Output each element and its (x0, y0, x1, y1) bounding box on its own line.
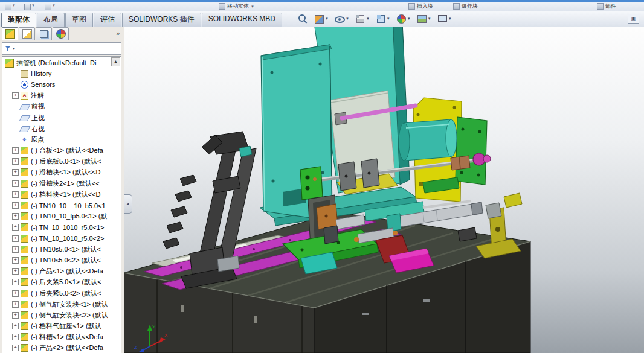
dropdown-caret-icon[interactable]: ▼ (251, 5, 254, 8)
triad-y-label: Y (152, 324, 156, 329)
expander-icon[interactable]: + (12, 213, 19, 220)
tree-item[interactable]: + (-) 料槽<1> (默认<<Defa (2, 332, 121, 343)
tree-item[interactable]: History (2, 68, 121, 79)
dropdown-caret-icon[interactable]: ▼ (346, 17, 349, 21)
expander-icon[interactable]: + (12, 191, 19, 198)
tree-item[interactable]: + (-) 侧气缸安装块<2> (默认 (2, 310, 121, 320)
tree-item[interactable]: ⌖ 原点 (2, 134, 121, 145)
tree-scroll-up-button[interactable]: ▲ (111, 57, 120, 66)
tree-item[interactable]: Sensors (2, 79, 121, 90)
tree-item[interactable]: + (-) TN10_10__10_b5.0<1 (2, 200, 121, 211)
move-entity-button[interactable]: 移动实体 ▼ (219, 3, 254, 10)
display-style-button[interactable]: ▼ (355, 13, 370, 24)
tree-item[interactable]: + (-) TN_10_1010_r5.0<2> (2, 233, 121, 244)
toolbar-remnant-icon[interactable] (45, 4, 51, 10)
appearance-button[interactable]: ▼ (396, 13, 411, 24)
model-motor-cylinder[interactable] (399, 119, 457, 161)
tab-layout[interactable]: 布局 (37, 13, 65, 27)
tree-item[interactable]: + (-) TN10s5.0<2> (默认< (2, 255, 121, 266)
dropdown-caret-icon[interactable]: ▼ (52, 4, 56, 7)
filter-caret-icon[interactable]: ▼ (12, 47, 16, 51)
expander-icon[interactable]: + (12, 202, 19, 209)
tree-item[interactable]: + (-) 产品<2> (默认<<Defa (2, 343, 121, 353)
tree-item[interactable]: + (-) TN_10_1010_r5.0<1> (2, 222, 121, 233)
panel-overflow-chevron[interactable]: » (116, 30, 120, 37)
collapse-toolbar-button[interactable]: ▣ (628, 14, 639, 24)
tab-solidworks-addins[interactable]: SOLIDWORKS 插件 (122, 13, 201, 27)
expander-icon[interactable]: + (12, 290, 19, 297)
insert-block-button[interactable]: 插入块 (408, 3, 433, 10)
explode-block-button[interactable]: 爆炸块 (453, 3, 478, 10)
expander-icon[interactable]: + (12, 235, 19, 242)
configurationmanager-tab[interactable] (36, 27, 52, 40)
filter-input[interactable] (18, 43, 121, 54)
expander-icon[interactable]: + (12, 92, 19, 99)
expander-icon[interactable]: + (12, 312, 19, 319)
graphics-area[interactable]: X Y Z (124, 27, 644, 353)
zoom-fit-icon (297, 13, 308, 24)
panel-splitter-handle[interactable]: ◄ (124, 194, 132, 214)
expander-icon[interactable]: + (12, 147, 19, 154)
expander-icon[interactable]: + (12, 257, 19, 264)
tree-item[interactable]: 上视 (2, 112, 121, 123)
tree-item-icon (21, 81, 28, 89)
expander-icon[interactable]: + (12, 224, 19, 231)
expander-icon[interactable]: + (12, 268, 19, 275)
tab-solidworks-mbd[interactable]: SOLIDWORKS MBD (202, 13, 282, 27)
expander-icon[interactable]: + (12, 345, 19, 351)
featuremanager-tab[interactable] (2, 27, 18, 40)
view-settings-button[interactable]: ▼ (437, 13, 452, 24)
expander-icon[interactable]: + (12, 279, 19, 285)
dropdown-caret-icon[interactable]: ▼ (12, 4, 16, 7)
scene-button[interactable]: ▼ (416, 13, 431, 24)
toolbar-remnant-icon[interactable] (5, 4, 11, 10)
tree-item[interactable]: + (-) 滑槽块2<1> (默认<< (2, 178, 121, 189)
tree-item[interactable]: + (-) 侧气缸安装块<1> (默认 (2, 299, 121, 310)
tree-item-icon (21, 191, 28, 199)
tree-item[interactable]: + (-) 台板<1> (默认<<Defa (2, 145, 121, 156)
expander-icon[interactable]: + (12, 323, 19, 329)
tree-item[interactable]: + A 注解 (2, 91, 121, 101)
tab-sketch[interactable]: 草图 (65, 13, 93, 27)
propertymanager-tab[interactable] (19, 27, 35, 40)
tree-item[interactable]: + (-) TN10_10_fp5.0<1> (默 (2, 211, 121, 222)
tree-item-label: (-) 产品<2> (默认<<Defa (31, 343, 103, 352)
expander-icon[interactable]: + (12, 246, 19, 253)
hide-show-button[interactable]: ▼ (334, 13, 349, 24)
expander-icon[interactable]: + (12, 301, 19, 308)
expander-icon[interactable]: + (12, 334, 19, 340)
tree-item[interactable]: + (-) 后底板5.0<1> (默认< (2, 156, 121, 167)
dropdown-caret-icon[interactable]: ▼ (448, 17, 452, 21)
tree-item[interactable]: + (-) 滑槽块<1> (默认<<D (2, 167, 121, 178)
section-view-button[interactable]: ▼ (314, 13, 329, 24)
tree-item-label: (-) 后夹紧5.0<2> (默认< (31, 289, 101, 298)
model-hopper[interactable] (260, 27, 417, 226)
tree-item[interactable]: + (-) 档料气缸座<1> (默认 (2, 321, 121, 332)
tree-item[interactable]: 插管机 (Default<Default_Di (2, 57, 121, 68)
tree-item[interactable]: + (-) 后夹紧5.0<1> (默认< (2, 277, 121, 288)
expander-icon[interactable]: + (12, 180, 19, 187)
displaymanager-tab[interactable] (53, 27, 69, 40)
dropdown-caret-icon[interactable]: ▼ (366, 17, 370, 21)
tree-item[interactable]: + (-) 档料块<1> (默认<<D (2, 189, 121, 200)
dropdown-caret-icon[interactable]: ▼ (428, 17, 431, 21)
zoom-fit-button[interactable] (297, 13, 308, 24)
expander-icon[interactable]: + (12, 158, 19, 165)
tree-item[interactable]: + (-) 后夹紧5.0<2> (默认< (2, 288, 121, 299)
appearance-icon (396, 13, 407, 24)
tree-item[interactable]: 右视 (2, 123, 121, 134)
dropdown-caret-icon[interactable]: ▼ (407, 17, 411, 21)
tree-item[interactable]: + (-) TN10s5.0<1> (默认< (2, 244, 121, 255)
tree-item[interactable]: + (-) 产品<1> (默认<<Defa (2, 266, 121, 277)
toolbar-remnant-icon[interactable] (24, 4, 31, 10)
tab-evaluate[interactable]: 评估 (94, 13, 121, 27)
dropdown-caret-icon[interactable]: ▼ (387, 17, 390, 21)
dropdown-caret-icon[interactable]: ▼ (31, 4, 35, 7)
tab-assembly[interactable]: 装配体 (1, 13, 36, 27)
dropdown-caret-icon[interactable]: ▼ (325, 17, 329, 21)
component-button[interactable]: 部件 (597, 3, 616, 10)
expander-icon[interactable]: + (12, 169, 19, 176)
tree-item-label: (-) 后底板5.0<1> (默认< (31, 157, 101, 166)
orientation-button[interactable]: ▼ (375, 13, 390, 24)
tree-item[interactable]: 前视 (2, 101, 121, 112)
